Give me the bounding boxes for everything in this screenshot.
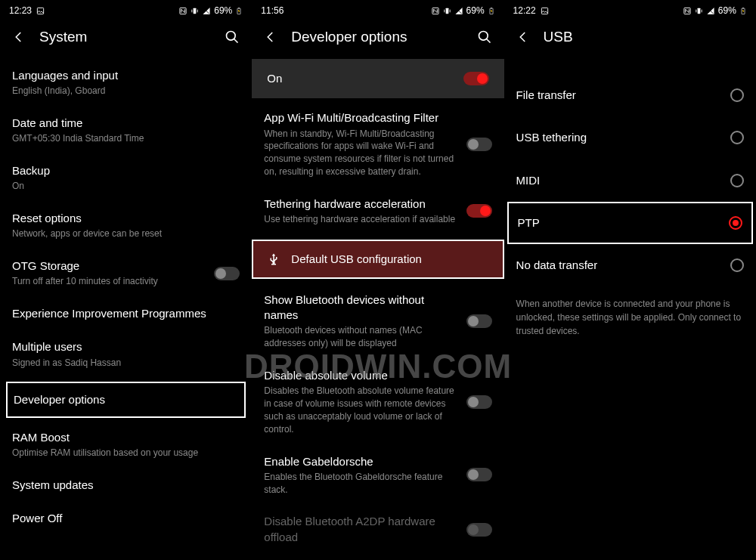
option-no-data-transfer[interactable]: No data transfer bbox=[516, 244, 744, 286]
dev-options-master-toggle[interactable]: On bbox=[252, 59, 503, 98]
a2dp-toggle bbox=[466, 523, 492, 537]
option-midi[interactable]: MIDI bbox=[516, 159, 744, 202]
usb-options-list: File transfer USB tethering MIDI PTP No … bbox=[504, 59, 756, 348]
item-wifi-filter[interactable]: App Wi-Fi Multi/Broadcasting Filter When… bbox=[264, 101, 491, 187]
otg-toggle[interactable] bbox=[214, 267, 240, 280]
usb-icon bbox=[267, 252, 280, 266]
status-time: 12:23 bbox=[9, 5, 32, 16]
abs-volume-toggle[interactable] bbox=[466, 395, 492, 409]
status-time: 11:56 bbox=[261, 5, 284, 16]
svg-rect-7 bbox=[445, 8, 448, 13]
item-default-usb-config[interactable]: Default USB configuration bbox=[252, 240, 503, 279]
item-languages[interactable]: Languages and input English (India), Gbo… bbox=[12, 59, 240, 107]
battery-percent: 69% bbox=[466, 5, 485, 16]
svg-rect-0 bbox=[37, 8, 43, 14]
svg-rect-2 bbox=[194, 8, 197, 13]
item-absolute-volume[interactable]: Disable absolute volume Disables the Blu… bbox=[264, 359, 491, 444]
back-icon[interactable] bbox=[516, 30, 530, 44]
option-file-transfer[interactable]: File transfer bbox=[516, 74, 744, 116]
item-experience[interactable]: Experience Improvement Programmes bbox=[12, 297, 240, 330]
radio-icon bbox=[730, 258, 744, 272]
panel-system: 12:23 69% System Languages and input Eng… bbox=[0, 0, 252, 560]
svg-point-5 bbox=[227, 32, 236, 41]
battery-percent: 69% bbox=[718, 5, 736, 16]
signal-icon bbox=[706, 7, 715, 15]
item-bt-no-names[interactable]: Show Bluetooth devices without names Blu… bbox=[264, 283, 491, 359]
svg-rect-13 bbox=[698, 8, 701, 13]
status-bar: 11:56 69% bbox=[252, 0, 503, 21]
signal-icon bbox=[202, 7, 211, 15]
item-system-updates[interactable]: System updates bbox=[12, 469, 240, 502]
status-icons: 69% bbox=[683, 5, 747, 16]
back-icon[interactable] bbox=[264, 30, 277, 44]
item-date-time[interactable]: Date and time GMT+05:30 India Standard T… bbox=[12, 107, 240, 154]
usb-footnote: When another device is connected and you… bbox=[516, 286, 744, 348]
item-developer-options[interactable]: Developer options bbox=[6, 382, 246, 418]
battery-percent: 69% bbox=[214, 5, 232, 16]
dev-options-toggle[interactable] bbox=[463, 72, 489, 85]
tethering-toggle[interactable] bbox=[466, 204, 492, 218]
panel-usb: 12:22 69% USB File transfer USB tetherin… bbox=[504, 0, 756, 560]
battery-icon bbox=[488, 7, 495, 15]
search-icon[interactable] bbox=[477, 29, 492, 45]
item-backup[interactable]: Backup On bbox=[12, 154, 240, 202]
gabeldorsche-toggle[interactable] bbox=[466, 468, 492, 481]
page-title: USB bbox=[544, 29, 744, 45]
status-bar: 12:22 69% bbox=[504, 0, 756, 21]
svg-point-10 bbox=[479, 32, 488, 41]
item-power-off[interactable]: Power Off bbox=[12, 502, 240, 535]
signal-icon bbox=[454, 7, 463, 15]
item-gabeldorsche[interactable]: Enable Gabeldorsche Enables the Bluetoot… bbox=[264, 445, 491, 506]
header: Developer options bbox=[252, 21, 503, 59]
item-otg-storage[interactable]: OTG Storage Turn off after 10 minutes of… bbox=[12, 249, 240, 297]
page-title: System bbox=[39, 29, 211, 45]
battery-icon bbox=[235, 7, 243, 15]
status-time: 12:22 bbox=[513, 5, 536, 16]
item-tethering-accel[interactable]: Tethering hardware acceleration Use teth… bbox=[264, 187, 491, 235]
svg-rect-11 bbox=[541, 8, 547, 14]
panel-developer-options: 11:56 69% Developer options On App Wi-Fi… bbox=[252, 0, 503, 560]
vibrate-icon bbox=[695, 7, 703, 15]
header: System bbox=[0, 21, 252, 59]
bt-names-toggle[interactable] bbox=[466, 314, 492, 328]
vibrate-icon bbox=[191, 7, 199, 15]
nfc-icon bbox=[683, 7, 692, 15]
item-avrcp[interactable]: Bluetooth AVRCP version AVRCP 1.4 (Defau… bbox=[264, 554, 491, 560]
status-icons: 69% bbox=[178, 5, 243, 16]
item-multiple-users[interactable]: Multiple users Signed in as Sadiq Hassan bbox=[12, 330, 240, 378]
settings-list: Languages and input English (India), Gbo… bbox=[0, 59, 252, 535]
option-ptp[interactable]: PTP bbox=[507, 202, 753, 244]
option-usb-tethering[interactable]: USB tethering bbox=[516, 116, 744, 159]
picture-icon bbox=[36, 7, 45, 15]
item-ram-boost[interactable]: RAM Boost Optimise RAM utilisation based… bbox=[12, 421, 240, 469]
svg-rect-4 bbox=[238, 8, 240, 8]
radio-icon bbox=[730, 131, 744, 144]
battery-icon bbox=[739, 7, 747, 15]
item-reset[interactable]: Reset options Network, apps or device ca… bbox=[12, 202, 240, 249]
page-title: Developer options bbox=[291, 29, 463, 45]
nfc-icon bbox=[178, 7, 187, 15]
status-icons: 69% bbox=[431, 5, 495, 16]
settings-list: On App Wi-Fi Multi/Broadcasting Filter W… bbox=[252, 59, 503, 560]
header: USB bbox=[504, 21, 756, 59]
search-icon[interactable] bbox=[225, 29, 240, 45]
wifi-filter-toggle[interactable] bbox=[466, 138, 492, 151]
status-bar: 12:23 69% bbox=[0, 0, 252, 21]
item-a2dp-offload: Disable Bluetooth A2DP hardware offload bbox=[264, 505, 491, 554]
vibrate-icon bbox=[443, 7, 451, 15]
svg-rect-9 bbox=[491, 8, 492, 8]
radio-icon bbox=[730, 174, 744, 187]
radio-icon bbox=[730, 88, 744, 102]
radio-icon-selected bbox=[729, 216, 742, 230]
svg-rect-15 bbox=[742, 8, 744, 8]
nfc-icon bbox=[431, 7, 440, 15]
back-icon[interactable] bbox=[12, 30, 26, 44]
picture-icon bbox=[541, 7, 549, 15]
